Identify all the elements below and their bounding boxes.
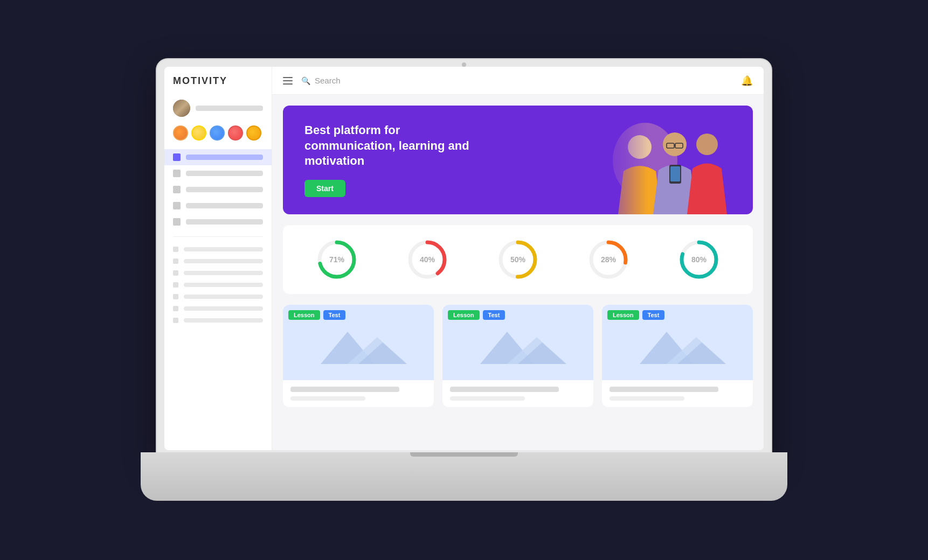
nav-icon-4 [173, 218, 181, 226]
progress-item-0: 71% [315, 238, 358, 281]
sidebar-item-4[interactable] [164, 214, 272, 230]
sub-icon-0 [173, 247, 178, 252]
search-placeholder: Search [315, 76, 341, 85]
user-profile[interactable] [164, 95, 272, 121]
laptop-base [141, 452, 787, 501]
nav-label-4 [186, 219, 263, 225]
nav-label-1 [186, 171, 263, 176]
circle-4: 80% [677, 238, 721, 281]
circle-2: 50% [496, 238, 539, 281]
avatar [173, 100, 190, 117]
main-content: 🔍 Search 🔔 Best platform for communicati… [272, 67, 764, 450]
sub-icon-2 [173, 270, 178, 276]
sub-icon-1 [173, 258, 178, 264]
nav-icon-2 [173, 186, 181, 193]
tag-test-2[interactable]: Test [642, 310, 665, 320]
circle-0: 71% [315, 238, 358, 281]
screen: MOTIVITY [164, 67, 764, 450]
sidebar-item-0[interactable] [164, 149, 272, 165]
card-1[interactable]: Lesson Test [442, 305, 593, 407]
progress-item-4: 80% [677, 238, 721, 281]
card-body-1 [442, 380, 593, 407]
topbar: 🔍 Search 🔔 [272, 67, 764, 95]
hero-title: Best platform for communication, learnin… [304, 123, 477, 169]
nav-label-3 [186, 203, 263, 208]
sidebar-sub-1[interactable] [164, 255, 272, 267]
laptop-frame: MOTIVITY [141, 59, 787, 501]
badge-3 [210, 125, 225, 141]
nav-label-0 [186, 155, 263, 160]
sub-label-2 [184, 271, 263, 275]
circle-label-4: 80% [677, 238, 721, 281]
sidebar-sub-4[interactable] [164, 291, 272, 303]
card-body-0 [283, 380, 434, 407]
nav-icon-1 [173, 170, 181, 177]
badge-1 [173, 125, 188, 141]
card-image-0: Lesson Test [283, 305, 434, 380]
card-subtitle-1 [450, 396, 525, 401]
circle-label-1: 40% [406, 238, 449, 281]
camera-notch [462, 62, 466, 67]
tag-test-1[interactable]: Test [483, 310, 505, 320]
sidebar-item-2[interactable] [164, 181, 272, 198]
sidebar: MOTIVITY [164, 67, 272, 450]
circle-label-0: 71% [315, 238, 358, 281]
card-body-2 [602, 380, 753, 407]
progress-item-1: 40% [406, 238, 449, 281]
card-title-2 [610, 387, 718, 392]
sidebar-sub-3[interactable] [164, 279, 272, 291]
tag-lesson-0[interactable]: Lesson [288, 310, 320, 320]
sub-icon-5 [173, 306, 178, 311]
card-title-1 [450, 387, 559, 392]
circle-label-3: 28% [587, 238, 630, 281]
sub-label-1 [184, 259, 263, 263]
hero-banner: Best platform for communication, learnin… [283, 106, 753, 214]
cards-row: Lesson Test [283, 305, 753, 407]
badge-row [164, 121, 272, 147]
nav-icon-0 [173, 153, 181, 161]
sub-icon-6 [173, 318, 178, 323]
sub-label-0 [184, 247, 263, 251]
sub-label-6 [184, 318, 263, 323]
sidebar-sub-6[interactable] [164, 314, 272, 326]
progress-item-3: 28% [587, 238, 630, 281]
sidebar-sub-2[interactable] [164, 267, 272, 279]
content-area: Best platform for communication, learnin… [272, 95, 764, 450]
nav-label-2 [186, 187, 263, 192]
card-subtitle-0 [290, 396, 365, 401]
card-2[interactable]: Lesson Test [602, 305, 753, 407]
sidebar-sub-5[interactable] [164, 303, 272, 314]
sub-icon-3 [173, 282, 178, 288]
tag-lesson-2[interactable]: Lesson [607, 310, 639, 320]
search-icon: 🔍 [301, 76, 310, 85]
card-image-2: Lesson Test [602, 305, 753, 380]
badge-5 [246, 125, 261, 141]
progress-item-2: 50% [496, 238, 539, 281]
nav-icon-3 [173, 202, 181, 209]
tag-test-0[interactable]: Test [323, 310, 346, 320]
circle-1: 40% [406, 238, 449, 281]
sidebar-item-3[interactable] [164, 198, 272, 214]
search-bar[interactable]: 🔍 Search [301, 76, 513, 85]
sub-label-5 [184, 306, 263, 311]
card-0[interactable]: Lesson Test [283, 305, 434, 407]
tag-lesson-1[interactable]: Lesson [448, 310, 480, 320]
notification-bell[interactable]: 🔔 [741, 75, 753, 87]
sub-label-4 [184, 295, 263, 299]
card-tags-2: Lesson Test [607, 310, 664, 320]
hero-text: Best platform for communication, learnin… [304, 123, 731, 197]
sidebar-item-1[interactable] [164, 165, 272, 181]
card-image-1: Lesson Test [442, 305, 593, 380]
circle-label-2: 50% [496, 238, 539, 281]
badge-2 [191, 125, 206, 141]
hero-cta-button[interactable]: Start [304, 180, 345, 197]
user-name-placeholder [196, 106, 263, 111]
card-subtitle-2 [610, 396, 684, 401]
sidebar-sub-0[interactable] [164, 243, 272, 255]
badge-4 [228, 125, 243, 141]
hamburger-button[interactable] [283, 77, 293, 85]
circle-3: 28% [587, 238, 630, 281]
progress-row: 71% 40% [283, 225, 753, 294]
sidebar-section-2 [164, 241, 272, 328]
screen-bezel: MOTIVITY [157, 59, 771, 458]
